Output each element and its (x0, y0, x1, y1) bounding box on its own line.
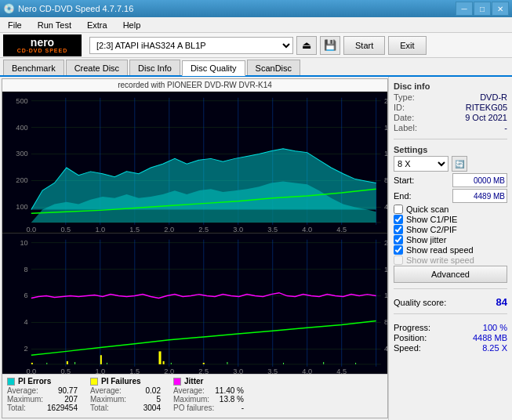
bottom-chart: 10 8 6 4 2 20 16 12 8 4 (2, 233, 387, 375)
svg-text:0.0: 0.0 (26, 226, 36, 233)
tab-disc-quality[interactable]: Disc Quality (182, 60, 245, 76)
svg-text:0.0: 0.0 (26, 367, 36, 374)
tab-disc-info[interactable]: Disc Info (129, 60, 180, 75)
pi-errors-stats: PI Errors Average: 90.77 Maximum: 207 To… (7, 377, 78, 415)
svg-text:1.0: 1.0 (95, 367, 105, 374)
show-c2pif-label: Show C2/PIF (406, 225, 457, 234)
svg-rect-76 (283, 362, 284, 364)
settings-refresh-button[interactable]: 🔄 (452, 156, 467, 172)
svg-rect-39 (2, 234, 387, 375)
disc-id-label: ID: (394, 103, 405, 112)
eject-button[interactable]: ⏏ (296, 36, 317, 55)
quick-scan-checkbox[interactable] (394, 205, 403, 214)
disc-info-section: Disc info Type: DVD-R ID: RITEKG05 Date:… (394, 81, 507, 133)
svg-text:8: 8 (384, 177, 387, 185)
quick-scan-row: Quick scan (394, 205, 507, 214)
minimize-button[interactable]: ─ (456, 2, 473, 16)
svg-text:20: 20 (384, 97, 387, 105)
position-label: Position: (394, 333, 427, 342)
show-read-speed-label: Show read speed (406, 245, 474, 255)
svg-text:500: 500 (16, 97, 27, 105)
maximize-button[interactable]: □ (474, 2, 491, 16)
jitter-avg: 11.40 % (215, 386, 244, 395)
stats-bar: PI Errors Average: 90.77 Maximum: 207 To… (2, 374, 387, 418)
svg-rect-70 (203, 362, 205, 364)
svg-text:12: 12 (384, 291, 387, 299)
svg-text:8: 8 (24, 265, 28, 273)
chart-title: recorded with PIONEER DVD-RW DVR-K14 (2, 79, 387, 92)
pi-errors-color (7, 378, 15, 386)
save-button[interactable]: 💾 (320, 36, 340, 55)
jitter-stats: Jitter Average: 11.40 % Maximum: 13.8 % … (173, 377, 244, 415)
tab-scan-disc[interactable]: ScanDisc (247, 60, 300, 75)
end-mb-label: End: (394, 191, 412, 201)
show-write-speed-row: Show write speed (394, 255, 507, 265)
svg-rect-79 (158, 351, 161, 364)
position-row: Position: 4488 MB (394, 333, 507, 342)
svg-text:400: 400 (16, 124, 27, 132)
exit-button[interactable]: Exit (388, 36, 426, 55)
end-mb-input[interactable]: 4489 MB (452, 189, 507, 203)
start-mb-input[interactable]: 0000 MB (452, 173, 507, 187)
svg-text:6: 6 (24, 291, 28, 299)
svg-rect-78 (355, 362, 356, 364)
advanced-button[interactable]: Advanced (394, 266, 507, 283)
show-c2pif-checkbox[interactable] (394, 225, 403, 234)
position-value: 4488 MB (473, 333, 507, 342)
svg-text:1.5: 1.5 (129, 367, 140, 374)
tabs-bar: Benchmark Create Disc Disc Info Disc Qua… (0, 58, 512, 77)
divider-2 (394, 288, 507, 289)
pi-failures-avg: 0.02 (146, 386, 161, 395)
svg-text:2.0: 2.0 (164, 367, 174, 374)
svg-text:2.5: 2.5 (198, 226, 209, 233)
svg-text:4.5: 4.5 (336, 367, 347, 374)
jitter-po: - (241, 404, 244, 412)
svg-rect-68 (100, 355, 102, 364)
show-jitter-row: Show jitter (394, 235, 507, 244)
disc-label-value: - (504, 123, 507, 132)
tab-create-disc[interactable]: Create Disc (66, 60, 128, 75)
svg-text:2.5: 2.5 (198, 367, 209, 374)
tab-benchmark[interactable]: Benchmark (3, 60, 64, 75)
svg-text:16: 16 (384, 124, 387, 132)
menu-extra[interactable]: Extra (82, 19, 112, 31)
show-jitter-label: Show jitter (406, 235, 446, 244)
toolbar: nero CD·DVD SPEED [2:3] ATAPI iHAS324 A … (0, 33, 512, 58)
menu-help[interactable]: Help (118, 19, 146, 31)
disc-id-row: ID: RITEKG05 (394, 103, 507, 112)
window-controls: ─ □ ✕ (456, 2, 509, 16)
drive-select[interactable]: [2:3] ATAPI iHAS324 A BL1P (89, 37, 293, 54)
pi-failures-color (90, 378, 98, 386)
menu-file[interactable]: File (3, 19, 27, 31)
svg-text:300: 300 (16, 150, 27, 158)
pi-errors-total: 1629454 (47, 404, 78, 412)
svg-text:3.0: 3.0 (233, 226, 243, 233)
speed-select[interactable]: 8 X 4 X 12 X 16 X (394, 156, 448, 172)
close-button[interactable]: ✕ (492, 2, 509, 16)
show-read-speed-checkbox[interactable] (394, 245, 403, 255)
menu-run-test[interactable]: Run Test (33, 19, 76, 31)
show-jitter-checkbox[interactable] (394, 235, 403, 244)
divider-3 (394, 313, 507, 314)
top-chart: 500 400 300 200 100 20 16 12 8 4 (2, 92, 387, 233)
svg-rect-73 (107, 362, 107, 364)
main-content: recorded with PIONEER DVD-RW DVR-K14 500… (0, 77, 512, 420)
disc-type-value: DVD-R (480, 92, 507, 102)
disc-type-label: Type: (394, 92, 415, 102)
svg-rect-66 (31, 362, 33, 364)
svg-text:100: 100 (16, 204, 27, 212)
start-mb-label: Start: (394, 176, 414, 185)
disc-label-row: Label: - (394, 123, 507, 132)
show-c1pie-checkbox[interactable] (394, 215, 403, 224)
start-button[interactable]: Start (343, 36, 385, 55)
show-c2pif-row: Show C2/PIF (394, 225, 507, 234)
jitter-color (173, 378, 181, 386)
pi-failures-label: PI Failures (101, 377, 141, 386)
svg-rect-74 (171, 362, 172, 364)
pi-failures-total: 3004 (143, 404, 161, 412)
svg-text:4: 4 (384, 204, 387, 212)
svg-text:200: 200 (16, 177, 27, 185)
disc-label-label: Label: (394, 123, 417, 132)
jitter-label: Jitter (184, 377, 203, 386)
speed-label: Speed: (394, 343, 421, 353)
